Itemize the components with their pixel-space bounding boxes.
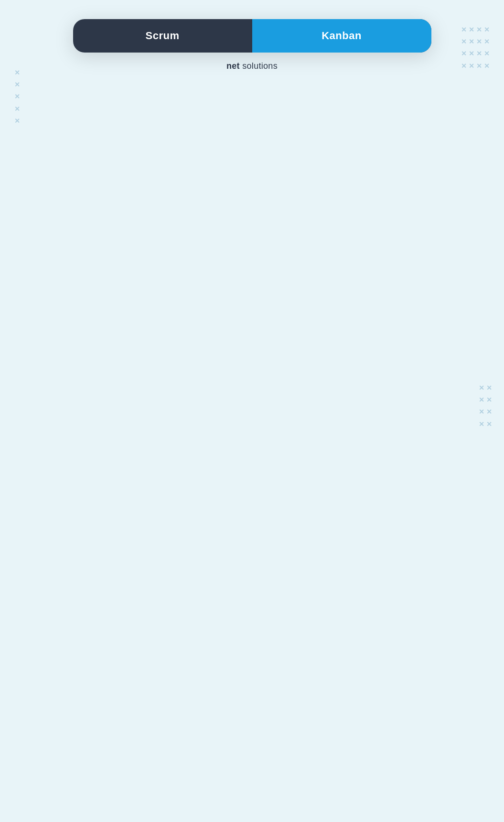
brand-bold: net	[226, 61, 240, 71]
page-wrapper: ✕✕✕✕✕ ✕ ✕ ✕ ✕✕ ✕ ✕ ✕✕ ✕ ✕ ✕✕ ✕ ✕ ✕ ✕ ✕✕ …	[0, 10, 504, 822]
decorative-right-top: ✕ ✕ ✕ ✕✕ ✕ ✕ ✕✕ ✕ ✕ ✕✕ ✕ ✕ ✕	[461, 24, 490, 72]
brand-text: net solutions	[226, 61, 278, 71]
footer: net solutions	[226, 53, 278, 75]
header: Scrum Kanban	[73, 19, 431, 53]
decorative-right-mid: ✕ ✕✕ ✕✕ ✕✕ ✕	[479, 382, 492, 430]
kanban-header: Kanban	[252, 19, 431, 53]
scrum-header: Scrum	[73, 19, 252, 53]
main-card: Scrum Kanban 1. You divide the project i…	[73, 19, 431, 53]
decorative-left: ✕✕✕✕✕	[14, 67, 20, 127]
brand-light: solutions	[240, 61, 278, 71]
